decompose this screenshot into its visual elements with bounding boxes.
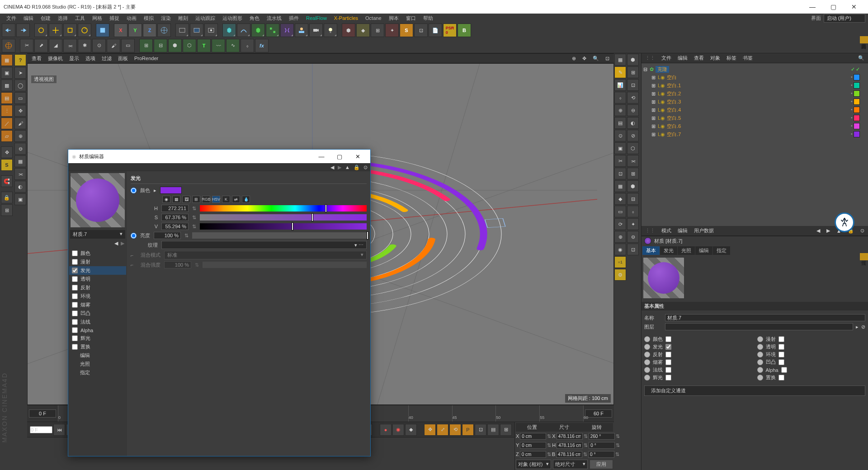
attr-tab-illumination[interactable]: 光照 [678,246,695,255]
outline-select-icon[interactable]: ▣ [14,193,26,205]
me-minimize-button[interactable]: — [312,153,330,160]
menu-select[interactable]: 选择 [54,15,71,22]
me-picker-wheel-icon[interactable]: ◉ [162,196,170,203]
menu-character[interactable]: 角色 [246,15,263,22]
phong-break-icon[interactable]: ◐ [14,181,26,193]
attr-layer-browse-icon[interactable]: ▸ [856,324,859,330]
tree-row-child[interactable]: ⊞L◉空白.1 • [643,81,866,89]
cube-primitive-button[interactable] [222,24,236,37]
menu-file[interactable]: 文件 [3,15,20,22]
attr-channel-checkbox[interactable]: Alpha [757,367,866,373]
palette-button[interactable]: ✂ [614,155,626,167]
coord-apply-button[interactable]: 应用 [590,460,613,469]
attr-channel-checkbox[interactable]: 环境 [757,351,866,358]
me-material-name[interactable]: 材质.7▾ [70,230,125,239]
mograph-spline[interactable]: ∿ [226,39,240,52]
vp-maximize-icon[interactable]: ⊡ [605,56,609,61]
me-channel-item[interactable]: 漫射 [69,258,126,266]
make-editable-button[interactable]: ▦ [1,54,13,66]
attr-tab-luminance[interactable]: 发光 [660,246,677,255]
palette-button[interactable]: ▦ [614,180,626,192]
deformer-button[interactable] [280,24,294,37]
render-pv-button[interactable] [190,24,203,37]
me-nav-fwd-icon[interactable]: ▶ [338,164,341,170]
am-menu-icon[interactable]: ⊙ [860,228,864,234]
palette-button[interactable]: ⊘ [627,130,639,141]
palette-button[interactable]: ⊖ [627,231,639,243]
om-edit[interactable]: 编辑 [678,55,688,61]
z-axis-button[interactable]: Z [143,24,156,37]
coord-rot-input[interactable] [588,451,614,458]
menu-window[interactable]: 窗口 [402,15,420,22]
me-channel-item[interactable]: 烟雾 [69,301,126,309]
palette-button[interactable]: ⊕ [614,104,626,116]
cursor-icon[interactable]: ➤ [14,67,26,79]
am-edit[interactable]: 编辑 [678,227,688,234]
me-brightness-value[interactable] [154,232,181,239]
material-editor-titlebar[interactable]: ◉ 材质编辑器 — ▢ ✕ [68,150,370,163]
palette-button[interactable]: ⬡ [627,142,639,154]
me-preview-nav-back[interactable]: ◀ [114,240,118,246]
globe-button[interactable] [2,39,15,52]
paint-select-icon[interactable]: 🖌 [14,118,26,129]
tool-knife[interactable]: ✂ [20,39,33,52]
me-brightness-slider[interactable] [192,232,367,239]
rotate-tool-button[interactable] [78,24,91,37]
tool-extrude[interactable]: ⬈ [34,39,48,52]
me-nav-up-icon[interactable]: ▲ [345,164,350,170]
me-channel-item[interactable]: 法线 [69,318,126,326]
move-icon[interactable]: ✥ [14,105,26,117]
mograph-matrix[interactable]: ⊟ [154,39,167,52]
palette-button[interactable]: ⟳ [614,218,626,230]
me-channel-item[interactable]: 环境 [69,292,126,301]
layout-dropdown[interactable]: 启动 (用户) [824,14,865,23]
me-mixstrength-value[interactable] [164,261,191,268]
settings-gear-button[interactable]: ⚙ [614,269,626,281]
palette-button[interactable]: ▤ [614,117,626,129]
palette-button[interactable]: ⊙ [614,130,626,141]
palette-button[interactable]: ▣ [614,142,626,154]
tool-bevel[interactable]: ◢ [49,39,62,52]
world-axis-button[interactable] [157,24,171,37]
maximize-button[interactable]: ▢ [823,0,844,14]
me-channel-item[interactable]: 编辑 [69,351,126,360]
timeline-start-input[interactable] [29,409,56,418]
render-view-button[interactable] [175,24,189,37]
attr-channel-checkbox[interactable]: 法线 [644,367,753,373]
menu-sculpt[interactable]: 雕刻 [175,15,192,22]
me-h-value[interactable] [161,205,189,212]
pos-key-button[interactable]: ✥ [424,424,436,436]
attr-channel-checkbox[interactable]: 凹凸 [757,359,866,366]
menu-octane[interactable]: Octane [362,15,385,21]
psr-button[interactable]: PSR0 [443,24,457,37]
spline-button[interactable] [237,24,250,37]
me-channel-item[interactable]: Alpha [69,326,126,334]
coord-pos-input[interactable] [520,433,546,440]
model-mode-button[interactable]: ▣ [1,67,13,79]
snap-button[interactable]: 🧲 [1,175,13,187]
plugin-b-button[interactable]: ◆ [356,24,370,37]
palette-button[interactable]: ⊡ [627,244,639,255]
palette-button[interactable]: ⊕ [614,231,626,243]
help-icon[interactable]: ? [14,54,26,66]
menu-script[interactable]: 脚本 [385,15,402,22]
recent-tool-button[interactable] [96,24,109,37]
fx-button[interactable]: fx [255,39,269,52]
substance-button[interactable]: S [400,24,413,37]
attr-tab-basic[interactable]: 基本 [642,246,660,255]
move-tool-button[interactable] [49,24,62,37]
attr-channel-checkbox[interactable]: 漫射 [757,336,866,343]
attr-channel-checkbox[interactable]: 发光 [644,343,753,350]
menu-mesh[interactable]: 网格 [89,15,106,22]
me-brightness-radio[interactable] [131,233,137,239]
attr-tab-editor[interactable]: 编辑 [695,246,712,255]
pla-key-button[interactable]: ⊡ [475,424,486,436]
me-picker-eyedropper-icon[interactable]: 💧 [242,196,250,203]
coord-size-dropdown[interactable]: 绝对尺寸▾ [553,460,588,469]
attr-channel-checkbox[interactable]: 颜色 [644,336,753,343]
palette-button[interactable]: ✦ [627,218,639,230]
tree-row-root[interactable]: ⊟✿克隆 ✓✓ [643,65,866,73]
coord-size-input[interactable] [557,433,583,440]
mograph-instance[interactable]: ⬡ [183,39,196,52]
attr-channel-checkbox[interactable]: 辉光 [644,374,753,381]
